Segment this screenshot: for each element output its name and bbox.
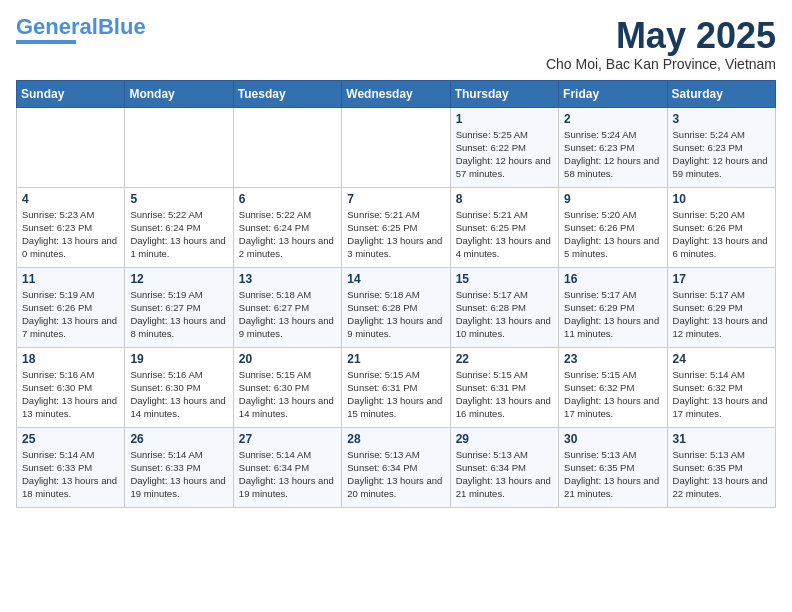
- day-cell: 20Sunrise: 5:15 AM Sunset: 6:30 PM Dayli…: [233, 347, 341, 427]
- logo-text: GeneralBlue: [16, 16, 146, 38]
- week-row-5: 25Sunrise: 5:14 AM Sunset: 6:33 PM Dayli…: [17, 427, 776, 507]
- day-number: 23: [564, 352, 661, 366]
- day-number: 11: [22, 272, 119, 286]
- day-number: 14: [347, 272, 444, 286]
- day-info: Sunrise: 5:14 AM Sunset: 6:32 PM Dayligh…: [673, 368, 770, 421]
- day-number: 7: [347, 192, 444, 206]
- day-cell: 1Sunrise: 5:25 AM Sunset: 6:22 PM Daylig…: [450, 107, 558, 187]
- day-info: Sunrise: 5:14 AM Sunset: 6:34 PM Dayligh…: [239, 448, 336, 501]
- day-cell: 3Sunrise: 5:24 AM Sunset: 6:23 PM Daylig…: [667, 107, 775, 187]
- day-info: Sunrise: 5:17 AM Sunset: 6:29 PM Dayligh…: [564, 288, 661, 341]
- day-cell: 8Sunrise: 5:21 AM Sunset: 6:25 PM Daylig…: [450, 187, 558, 267]
- day-info: Sunrise: 5:13 AM Sunset: 6:34 PM Dayligh…: [347, 448, 444, 501]
- day-info: Sunrise: 5:17 AM Sunset: 6:28 PM Dayligh…: [456, 288, 553, 341]
- day-number: 5: [130, 192, 227, 206]
- day-info: Sunrise: 5:15 AM Sunset: 6:31 PM Dayligh…: [456, 368, 553, 421]
- day-cell: 4Sunrise: 5:23 AM Sunset: 6:23 PM Daylig…: [17, 187, 125, 267]
- day-cell: [233, 107, 341, 187]
- day-info: Sunrise: 5:19 AM Sunset: 6:26 PM Dayligh…: [22, 288, 119, 341]
- day-number: 21: [347, 352, 444, 366]
- day-info: Sunrise: 5:18 AM Sunset: 6:27 PM Dayligh…: [239, 288, 336, 341]
- calendar-table: Sunday Monday Tuesday Wednesday Thursday…: [16, 80, 776, 508]
- day-cell: 14Sunrise: 5:18 AM Sunset: 6:28 PM Dayli…: [342, 267, 450, 347]
- week-row-3: 11Sunrise: 5:19 AM Sunset: 6:26 PM Dayli…: [17, 267, 776, 347]
- day-number: 16: [564, 272, 661, 286]
- day-info: Sunrise: 5:18 AM Sunset: 6:28 PM Dayligh…: [347, 288, 444, 341]
- day-cell: 16Sunrise: 5:17 AM Sunset: 6:29 PM Dayli…: [559, 267, 667, 347]
- header-thursday: Thursday: [450, 80, 558, 107]
- title-area: May 2025 Cho Moi, Bac Kan Province, Viet…: [546, 16, 776, 72]
- day-cell: 22Sunrise: 5:15 AM Sunset: 6:31 PM Dayli…: [450, 347, 558, 427]
- header-sunday: Sunday: [17, 80, 125, 107]
- day-number: 10: [673, 192, 770, 206]
- day-cell: [125, 107, 233, 187]
- logo-underline: [16, 40, 76, 44]
- day-info: Sunrise: 5:19 AM Sunset: 6:27 PM Dayligh…: [130, 288, 227, 341]
- day-number: 13: [239, 272, 336, 286]
- day-info: Sunrise: 5:16 AM Sunset: 6:30 PM Dayligh…: [130, 368, 227, 421]
- day-number: 20: [239, 352, 336, 366]
- day-info: Sunrise: 5:25 AM Sunset: 6:22 PM Dayligh…: [456, 128, 553, 181]
- day-info: Sunrise: 5:24 AM Sunset: 6:23 PM Dayligh…: [673, 128, 770, 181]
- day-cell: 10Sunrise: 5:20 AM Sunset: 6:26 PM Dayli…: [667, 187, 775, 267]
- day-number: 12: [130, 272, 227, 286]
- week-row-1: 1Sunrise: 5:25 AM Sunset: 6:22 PM Daylig…: [17, 107, 776, 187]
- day-cell: 9Sunrise: 5:20 AM Sunset: 6:26 PM Daylig…: [559, 187, 667, 267]
- day-info: Sunrise: 5:21 AM Sunset: 6:25 PM Dayligh…: [456, 208, 553, 261]
- day-cell: 17Sunrise: 5:17 AM Sunset: 6:29 PM Dayli…: [667, 267, 775, 347]
- day-number: 3: [673, 112, 770, 126]
- day-number: 27: [239, 432, 336, 446]
- day-info: Sunrise: 5:15 AM Sunset: 6:31 PM Dayligh…: [347, 368, 444, 421]
- day-info: Sunrise: 5:22 AM Sunset: 6:24 PM Dayligh…: [130, 208, 227, 261]
- day-cell: 12Sunrise: 5:19 AM Sunset: 6:27 PM Dayli…: [125, 267, 233, 347]
- day-info: Sunrise: 5:23 AM Sunset: 6:23 PM Dayligh…: [22, 208, 119, 261]
- day-info: Sunrise: 5:13 AM Sunset: 6:35 PM Dayligh…: [564, 448, 661, 501]
- week-row-4: 18Sunrise: 5:16 AM Sunset: 6:30 PM Dayli…: [17, 347, 776, 427]
- day-cell: 18Sunrise: 5:16 AM Sunset: 6:30 PM Dayli…: [17, 347, 125, 427]
- day-number: 31: [673, 432, 770, 446]
- day-number: 18: [22, 352, 119, 366]
- day-number: 2: [564, 112, 661, 126]
- day-number: 8: [456, 192, 553, 206]
- day-number: 1: [456, 112, 553, 126]
- day-cell: 6Sunrise: 5:22 AM Sunset: 6:24 PM Daylig…: [233, 187, 341, 267]
- day-number: 26: [130, 432, 227, 446]
- day-info: Sunrise: 5:17 AM Sunset: 6:29 PM Dayligh…: [673, 288, 770, 341]
- day-cell: 28Sunrise: 5:13 AM Sunset: 6:34 PM Dayli…: [342, 427, 450, 507]
- day-number: 4: [22, 192, 119, 206]
- day-info: Sunrise: 5:14 AM Sunset: 6:33 PM Dayligh…: [22, 448, 119, 501]
- day-number: 29: [456, 432, 553, 446]
- day-cell: 11Sunrise: 5:19 AM Sunset: 6:26 PM Dayli…: [17, 267, 125, 347]
- header-monday: Monday: [125, 80, 233, 107]
- day-cell: 24Sunrise: 5:14 AM Sunset: 6:32 PM Dayli…: [667, 347, 775, 427]
- day-cell: 7Sunrise: 5:21 AM Sunset: 6:25 PM Daylig…: [342, 187, 450, 267]
- day-cell: 5Sunrise: 5:22 AM Sunset: 6:24 PM Daylig…: [125, 187, 233, 267]
- day-cell: 26Sunrise: 5:14 AM Sunset: 6:33 PM Dayli…: [125, 427, 233, 507]
- header-friday: Friday: [559, 80, 667, 107]
- day-info: Sunrise: 5:14 AM Sunset: 6:33 PM Dayligh…: [130, 448, 227, 501]
- day-number: 30: [564, 432, 661, 446]
- day-number: 6: [239, 192, 336, 206]
- day-info: Sunrise: 5:13 AM Sunset: 6:34 PM Dayligh…: [456, 448, 553, 501]
- day-cell: 2Sunrise: 5:24 AM Sunset: 6:23 PM Daylig…: [559, 107, 667, 187]
- header: GeneralBlue May 2025 Cho Moi, Bac Kan Pr…: [16, 16, 776, 72]
- day-cell: 30Sunrise: 5:13 AM Sunset: 6:35 PM Dayli…: [559, 427, 667, 507]
- logo-general: General: [16, 14, 98, 39]
- day-cell: 23Sunrise: 5:15 AM Sunset: 6:32 PM Dayli…: [559, 347, 667, 427]
- day-cell: [342, 107, 450, 187]
- calendar-title: May 2025: [546, 16, 776, 56]
- day-number: 15: [456, 272, 553, 286]
- day-number: 28: [347, 432, 444, 446]
- day-info: Sunrise: 5:15 AM Sunset: 6:30 PM Dayligh…: [239, 368, 336, 421]
- day-number: 24: [673, 352, 770, 366]
- calendar-subtitle: Cho Moi, Bac Kan Province, Vietnam: [546, 56, 776, 72]
- day-cell: 15Sunrise: 5:17 AM Sunset: 6:28 PM Dayli…: [450, 267, 558, 347]
- logo-blue: Blue: [98, 14, 146, 39]
- day-number: 25: [22, 432, 119, 446]
- day-info: Sunrise: 5:24 AM Sunset: 6:23 PM Dayligh…: [564, 128, 661, 181]
- header-wednesday: Wednesday: [342, 80, 450, 107]
- day-number: 9: [564, 192, 661, 206]
- day-info: Sunrise: 5:20 AM Sunset: 6:26 PM Dayligh…: [673, 208, 770, 261]
- header-tuesday: Tuesday: [233, 80, 341, 107]
- day-cell: 19Sunrise: 5:16 AM Sunset: 6:30 PM Dayli…: [125, 347, 233, 427]
